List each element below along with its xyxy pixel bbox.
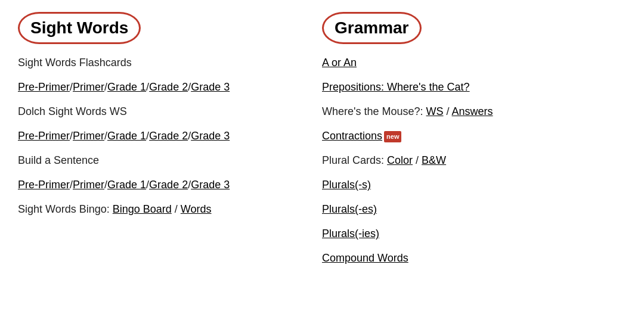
link-sw-dolch-grades-3[interactable]: Grade 2	[149, 130, 188, 142]
link-gr-mouse-1[interactable]: Answers	[452, 105, 493, 117]
link-sw-flashcards-grades-4[interactable]: Grade 3	[191, 81, 230, 93]
link-gr-plurals-ies-0[interactable]: Plurals(-ies)	[322, 228, 379, 239]
link-sw-dolch-grades-2[interactable]: Grade 1	[107, 130, 146, 142]
link-sw-sentence-grades-3[interactable]: Grade 2	[149, 179, 188, 191]
link-sw-sentence-grades-2[interactable]: Grade 1	[107, 179, 146, 191]
link-gr-contractions[interactable]: Contractions	[322, 130, 382, 142]
list-item-sw-dolch: Dolch Sight Words WS	[18, 104, 298, 120]
section-title-grammar: Grammar	[322, 12, 422, 44]
list-item-gr-plurals-ies: Plurals(-ies)	[322, 226, 602, 242]
list-item-gr-compound: Compound Words	[322, 250, 602, 266]
list-item-gr-plural-cards: Plural Cards: Color / B&W	[322, 153, 602, 169]
link-gr-prepositions-0[interactable]: Prepositions: Where's the Cat?	[322, 81, 470, 93]
link-sw-flashcards-grades-1[interactable]: Primer	[73, 81, 104, 93]
list-item-sw-flashcards-grades: Pre-Primer/Primer/Grade 1/Grade 2/Grade …	[18, 79, 298, 95]
list-item-gr-prepositions: Prepositions: Where's the Cat?	[322, 79, 602, 95]
column-grammar: GrammarA or AnPrepositions: Where's the …	[322, 12, 626, 275]
list-item-sw-sentence: Build a Sentence	[18, 153, 298, 169]
link-sw-dolch-grades-0[interactable]: Pre-Primer	[18, 130, 70, 142]
list-item-sw-flashcards: Sight Words Flashcards	[18, 55, 298, 71]
list-item-sw-bingo: Sight Words Bingo: Bingo Board / Words	[18, 201, 298, 217]
list-item-gr-mouse: Where's the Mouse?: WS / Answers	[322, 104, 602, 120]
list-item-gr-aoran: A or An	[322, 55, 602, 71]
link-gr-mouse-0[interactable]: WS	[426, 105, 444, 117]
list-item-gr-plurals-s: Plurals(-s)	[322, 177, 602, 193]
main-columns: Sight WordsSight Words FlashcardsPre-Pri…	[18, 12, 626, 275]
list-item-gr-contractions: Contractionsnew	[322, 128, 602, 144]
section-title-sight-words: Sight Words	[18, 12, 141, 44]
link-sw-flashcards-grades-2[interactable]: Grade 1	[107, 81, 146, 93]
link-gr-compound-0[interactable]: Compound Words	[322, 252, 408, 264]
list-item-gr-plurals-es: Plurals(-es)	[322, 201, 602, 217]
plain-text-sw-flashcards: Sight Words Flashcards	[18, 57, 132, 69]
link-gr-plurals-s-0[interactable]: Plurals(-s)	[322, 179, 371, 191]
column-sight-words: Sight WordsSight Words FlashcardsPre-Pri…	[18, 12, 322, 275]
list-item-sw-dolch-grades: Pre-Primer/Primer/Grade 1/Grade 2/Grade …	[18, 128, 298, 144]
link-sw-flashcards-grades-0[interactable]: Pre-Primer	[18, 81, 70, 93]
link-sw-dolch-grades-1[interactable]: Primer	[73, 130, 104, 142]
link-sw-bingo-0[interactable]: Bingo Board	[113, 203, 172, 215]
list-item-sw-sentence-grades: Pre-Primer/Primer/Grade 1/Grade 2/Grade …	[18, 177, 298, 193]
link-sw-sentence-grades-4[interactable]: Grade 3	[191, 179, 230, 191]
plain-text-sw-sentence: Build a Sentence	[18, 154, 99, 166]
link-gr-aoran-0[interactable]: A or An	[322, 57, 357, 69]
link-gr-plurals-es-0[interactable]: Plurals(-es)	[322, 203, 377, 215]
link-gr-plural-cards-0[interactable]: Color	[387, 154, 413, 166]
link-gr-plural-cards-1[interactable]: B&W	[422, 154, 446, 166]
link-sw-bingo-1[interactable]: Words	[181, 203, 212, 215]
link-sw-flashcards-grades-3[interactable]: Grade 2	[149, 81, 188, 93]
link-sw-dolch-grades-4[interactable]: Grade 3	[191, 130, 230, 142]
new-badge-gr-contractions: new	[384, 131, 401, 142]
plain-text-sw-dolch: Dolch Sight Words WS	[18, 105, 127, 117]
link-sw-sentence-grades-0[interactable]: Pre-Primer	[18, 179, 70, 191]
link-sw-sentence-grades-1[interactable]: Primer	[73, 179, 104, 191]
